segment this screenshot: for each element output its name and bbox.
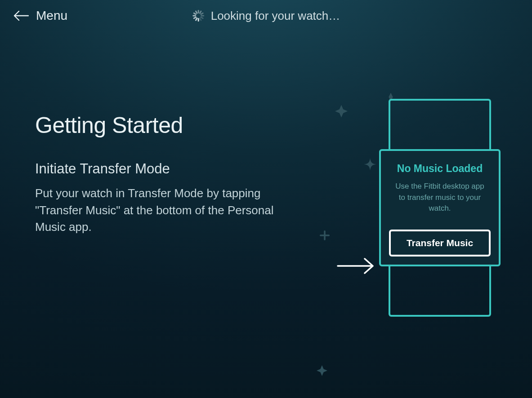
section-subtitle: Initiate Transfer Mode [35, 161, 287, 177]
watch-screen: No Music Loaded Use the Fitbit desktop a… [379, 149, 501, 266]
watch-screen-title: No Music Loaded [389, 163, 491, 175]
watch-screen-text: Use the Fitbit desktop app to transfer m… [389, 181, 491, 214]
page-title: Getting Started [35, 112, 287, 138]
star-icon [314, 364, 330, 380]
watch-device: No Music Loaded Use the Fitbit desktop a… [379, 99, 501, 317]
watch-band-top [389, 99, 491, 149]
status-text: Looking for your watch… [211, 9, 340, 23]
transfer-music-button[interactable]: Transfer Music [389, 230, 491, 256]
status-indicator: Looking for your watch… [192, 9, 340, 23]
arrow-right-icon [337, 257, 375, 275]
spinner-icon [192, 9, 205, 22]
arrow-left-icon [13, 10, 29, 21]
content-area: Getting Started Initiate Transfer Mode P… [0, 31, 532, 391]
instructions-panel: Getting Started Initiate Transfer Mode P… [35, 112, 287, 391]
watch-illustration: No Music Loaded Use the Fitbit desktop a… [305, 112, 505, 391]
sparkle-icon [359, 157, 381, 180]
star-icon [332, 103, 351, 122]
back-button[interactable]: Menu [13, 9, 67, 23]
back-label: Menu [36, 9, 67, 23]
plus-icon [318, 229, 331, 242]
watch-band-bottom [389, 266, 491, 317]
header-bar: Menu Looking for your watch… [0, 0, 532, 31]
instruction-text: Put your watch in Transfer Mode by tappi… [35, 185, 278, 236]
